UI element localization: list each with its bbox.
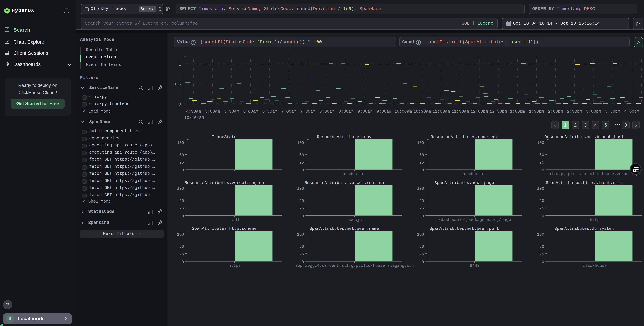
svg-text:0: 0 [542,260,544,264]
svg-text:ResourceAttributes.node.env: ResourceAttributes.node.env [431,135,498,139]
svg-text:0: 0 [302,168,304,173]
svg-text:12:30pm: 12:30pm [490,109,507,114]
svg-text:4:30am: 4:30am [186,109,201,114]
svg-text:/dashboard/[package_name]/page: /dashboard/[package_name]/page [438,218,511,222]
svg-text:1:30pm: 1:30pm [529,109,544,114]
svg-text:3:00pm: 3:00pm [586,109,601,114]
svg-text:100: 100 [537,187,544,191]
svg-text:10/10/25: 10/10/25 [184,116,204,120]
svg-text:100: 100 [177,232,184,237]
svg-text:100: 100 [417,232,424,237]
svg-text:12:00pm: 12:00pm [471,109,488,114]
svg-text:10:00am: 10:00am [394,109,412,114]
svg-text:ResourceAttribu...vercel.runti: ResourceAttribu...vercel.runtime [304,181,384,185]
svg-text:50: 50 [540,245,544,249]
svg-text:0: 0 [302,214,304,218]
svg-text:25: 25 [540,206,544,211]
svg-text:0: 0 [182,260,184,264]
svg-text:0: 0 [542,168,544,173]
svg-text:9:00am: 9:00am [358,109,372,114]
svg-text:25: 25 [180,160,184,165]
svg-text:25: 25 [540,160,544,165]
svg-text:11:30am: 11:30am [452,109,469,114]
svg-text:8443: 8443 [470,263,480,268]
svg-text:SpanAttributes.http.client.nam: SpanAttributes.http.client.name [546,181,623,185]
svg-text:25: 25 [420,160,424,165]
svg-text:0: 0 [182,214,184,218]
svg-text:25: 25 [420,206,424,211]
svg-text:1: 1 [178,62,181,67]
svg-text:2:30pm: 2:30pm [567,109,582,114]
svg-text:11:00am: 11:00am [432,109,450,114]
svg-text:production: production [342,172,367,176]
svg-text:25: 25 [540,252,544,256]
svg-text:4:00pm: 4:00pm [624,109,639,114]
svg-text:clickhouse: clickhouse [582,263,607,268]
svg-text:50: 50 [180,153,184,157]
svg-text:50: 50 [300,199,304,203]
svg-text:iad1: iad1 [230,218,240,222]
svg-text:5:30am: 5:30am [224,109,239,114]
svg-text:nodejs: nodejs [348,218,362,222]
svg-text:25: 25 [180,252,184,256]
svg-text:0: 0 [422,214,424,218]
svg-text:25: 25 [180,206,184,211]
svg-text:100: 100 [417,187,424,191]
svg-text:ResourceAttribu..cel.branch_ho: ResourceAttribu..cel.branch_host [544,135,624,139]
svg-text:SpanAttributes.http.scheme: SpanAttributes.http.scheme [192,226,256,231]
svg-text:100: 100 [417,141,424,145]
svg-text:50: 50 [300,245,304,249]
svg-text:5:00am: 5:00am [205,109,220,114]
svg-text:25: 25 [300,160,304,165]
svg-text:100: 100 [297,187,304,191]
svg-text:0: 0 [178,102,181,107]
svg-text:production: production [462,172,487,176]
svg-text:6:00am: 6:00am [243,109,258,114]
svg-text:2:00pm: 2:00pm [548,109,563,114]
svg-text:SpanAttributes.net.peer.name: SpanAttributes.net.peer.name [310,226,379,231]
svg-text:ResourceAttributes.vercel.regi: ResourceAttributes.vercel.region [184,181,264,185]
svg-text:8:30am: 8:30am [338,109,354,114]
svg-text:100: 100 [297,232,304,237]
svg-text:10:30am: 10:30am [414,109,431,114]
svg-text:0.5: 0.5 [173,82,181,87]
svg-text:7:00am: 7:00am [281,109,296,114]
svg-text:25: 25 [420,252,424,256]
svg-text:ResourceAttributes.env: ResourceAttributes.env [317,135,372,139]
svg-text:50: 50 [540,199,544,203]
svg-text:7:30am: 7:30am [300,109,315,114]
svg-text:50: 50 [180,199,184,203]
svg-text:50: 50 [540,153,544,157]
svg-text:0: 0 [542,214,544,218]
svg-text:TraceState: TraceState [212,135,237,139]
svg-text:50: 50 [300,153,304,157]
svg-text:25: 25 [300,206,304,211]
svg-text:SpanAttributes.next.page: SpanAttributes.next.page [434,181,494,185]
svg-text:3:30pm: 3:30pm [605,109,620,114]
svg-text:50: 50 [420,199,424,203]
svg-text:50: 50 [420,245,424,249]
svg-text:9:30am: 9:30am [376,109,392,114]
svg-text:1:00pm: 1:00pm [510,109,525,114]
svg-text:0: 0 [422,260,424,264]
svg-text:http: http [590,218,600,222]
svg-text:100: 100 [297,141,304,145]
svg-text:https: https [228,263,241,268]
svg-text:6:30am: 6:30am [262,109,277,114]
svg-text:8:00am: 8:00am [320,109,334,114]
svg-text:z5prz9ggc4.us-central1.gcp.cli: z5prz9ggc4.us-central1.gcp.clickhouse-st… [295,263,414,268]
svg-text:100: 100 [177,141,184,145]
svg-text:25: 25 [300,252,304,256]
svg-text:SpanAttributes.net.peer.port: SpanAttributes.net.peer.port [430,226,499,231]
svg-text:50: 50 [180,245,184,249]
svg-text:100: 100 [177,187,184,191]
svg-text:100: 100 [537,232,544,237]
svg-text:0: 0 [422,168,424,173]
svg-text:0: 0 [182,168,184,173]
svg-text:100: 100 [537,141,544,145]
svg-text:clickpy-git-main-clickhouse.ve: clickpy-git-main-clickhouse.vercel.app [548,172,641,176]
svg-text:SpanAttributes.db.system: SpanAttributes.db.system [554,226,614,231]
svg-text:50: 50 [420,153,424,157]
